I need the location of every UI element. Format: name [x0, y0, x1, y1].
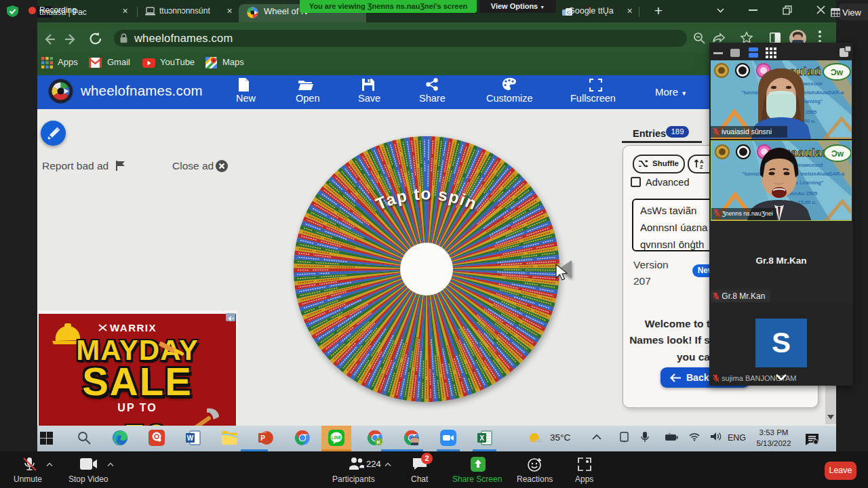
svg-text:Z: Z [700, 164, 703, 169]
svg-text:LINE: LINE [332, 435, 342, 440]
svg-text:K: K [377, 439, 381, 445]
svg-text:P: P [260, 434, 265, 442]
svg-text:W: W [187, 434, 194, 442]
svg-text:X: X [479, 434, 484, 442]
